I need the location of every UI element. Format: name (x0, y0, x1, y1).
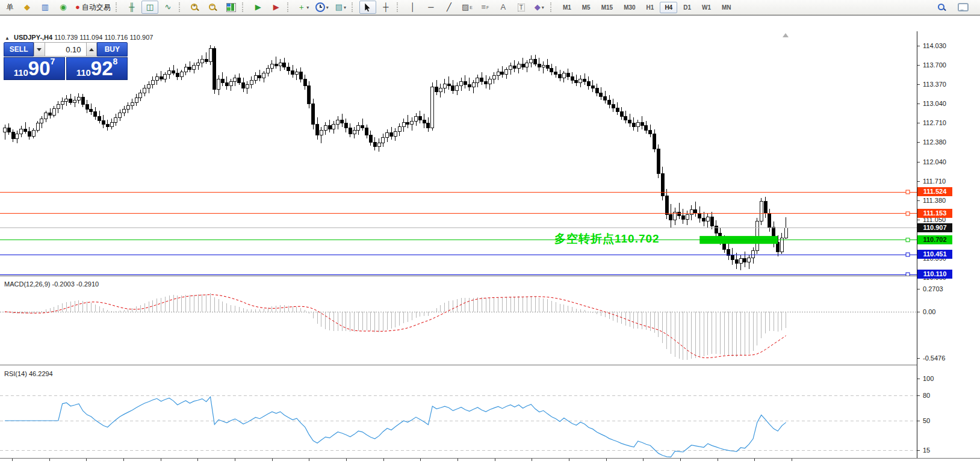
templates-icon[interactable]: ▤▾ (332, 1, 349, 14)
timeframe-d1-button[interactable]: D1 (678, 2, 696, 13)
indicators-icon[interactable]: ＋▾ (295, 1, 312, 14)
auto-scroll-icon[interactable]: ▶ (250, 1, 267, 14)
candle (435, 87, 438, 92)
candlestick-canvas[interactable] (0, 31, 917, 276)
timeframe-h1-button[interactable]: H1 (642, 2, 659, 13)
sell-price-display[interactable]: 110907 (4, 57, 65, 80)
rsi-canvas[interactable] (0, 368, 917, 458)
candle (406, 122, 409, 125)
new-order-button-partial[interactable]: 单 (1, 1, 17, 14)
candle (669, 214, 672, 220)
chart-window-icon[interactable]: ▥ (37, 1, 54, 14)
rsi-pane[interactable] (0, 368, 917, 458)
timeframe-w1-button[interactable]: W1 (697, 2, 716, 13)
timeframe-m30-button[interactable]: M30 (619, 2, 640, 13)
macd-signal-value: -0.2910 (76, 280, 99, 288)
line-handle[interactable] (906, 190, 910, 194)
volume-decrease-button[interactable] (34, 42, 45, 57)
chat-icon (958, 3, 969, 11)
chart-shift-icon[interactable]: ▶ (268, 1, 285, 14)
timeframe-m5-button[interactable]: M5 (577, 2, 595, 13)
candle (229, 81, 232, 86)
rsi-axis-label: 50 (923, 417, 930, 424)
candle (595, 88, 598, 93)
volume-input[interactable] (45, 42, 86, 57)
community-icon[interactable]: ◉ (55, 1, 72, 14)
pivot-annotation-text[interactable]: 多空转折点110.702 (554, 231, 660, 247)
candle (308, 86, 311, 104)
buy-price-display[interactable]: 110928 (66, 57, 128, 80)
arrows-icon[interactable]: ◆▾ (531, 1, 548, 14)
zoom-in-icon[interactable]: + (187, 1, 203, 14)
y-tick (917, 84, 920, 85)
bar-chart-icon[interactable]: ╫ (123, 1, 140, 14)
timeframe-m15-button[interactable]: M15 (597, 2, 618, 13)
trendline-icon[interactable]: ╱ (441, 1, 457, 14)
timeframe-h4-button[interactable]: H4 (660, 2, 677, 13)
volume-increase-button[interactable] (86, 42, 97, 57)
candle (562, 73, 565, 78)
fibonacci-icon[interactable]: ≡F (477, 1, 494, 14)
buy-price-sup: 8 (113, 58, 118, 65)
macd-canvas[interactable] (0, 279, 917, 365)
text-label-icon[interactable]: T (513, 1, 530, 14)
candle (476, 78, 479, 82)
candle (624, 116, 627, 120)
candle (583, 79, 586, 81)
candlestick-icon[interactable]: ◫ (141, 1, 158, 14)
candle (267, 69, 270, 73)
timeframe-m1-button[interactable]: M1 (558, 2, 576, 13)
chart-shift-marker[interactable] (783, 33, 789, 37)
candle (542, 65, 545, 67)
metaeditor-icon[interactable]: ◆ (19, 1, 36, 14)
macd-pane[interactable] (0, 279, 917, 365)
candle (28, 132, 31, 137)
candle (386, 132, 389, 137)
line-chart-icon[interactable]: ∿ (160, 1, 176, 14)
triangle-down-icon (37, 48, 42, 51)
equidistant-channel-icon[interactable]: ▨E (459, 1, 476, 14)
collapse-panel-icon[interactable]: ▲ (5, 36, 10, 41)
candle (423, 120, 426, 123)
price-axis[interactable]: 114.030113.700113.370113.040112.710112.3… (917, 31, 980, 458)
price-tag-110.702[interactable]: 110.702 (917, 235, 952, 244)
price-tag-110.907[interactable]: 110.907 (917, 223, 952, 232)
cursor-icon[interactable] (359, 1, 376, 14)
candle (649, 131, 652, 134)
candle (748, 258, 751, 262)
candle (36, 123, 39, 131)
zoom-out-icon[interactable]: − (205, 1, 222, 14)
candle (530, 59, 533, 63)
time-axis[interactable]: 18 Nov 201820 Nov 04:0021 Nov 12:0022 No… (0, 459, 980, 464)
candle (102, 120, 105, 125)
price-tag-110.110[interactable]: 110.110 (917, 270, 952, 279)
candle (415, 116, 418, 121)
line-handle[interactable] (906, 253, 910, 256)
candle (768, 213, 771, 227)
indicators-icon-dropdown: ▾ (306, 5, 309, 10)
timeframe-mn-button[interactable]: MN (717, 2, 736, 13)
search-icon[interactable] (933, 1, 950, 14)
candle (752, 250, 755, 258)
horizontal-line-icon[interactable]: ─ (423, 1, 439, 14)
line-handle[interactable] (906, 212, 910, 215)
candle (131, 102, 134, 106)
line-handle[interactable] (906, 238, 910, 242)
price-tag-110.451[interactable]: 110.451 (917, 250, 952, 259)
crosshair-icon[interactable]: ┼ (377, 1, 394, 14)
candle (505, 70, 508, 75)
main-chart-pane[interactable] (0, 31, 917, 276)
chat-icon[interactable] (955, 1, 972, 14)
vertical-line-icon[interactable]: │ (405, 1, 421, 14)
price-tag-111.524[interactable]: 111.524 (917, 187, 952, 196)
periods-icon[interactable]: ▾ (313, 1, 331, 14)
autotrading-button[interactable]: ●自动交易 (73, 1, 113, 14)
candle (628, 120, 631, 123)
text-icon[interactable]: A (495, 1, 512, 14)
price-tag-111.153[interactable]: 111.153 (917, 209, 952, 218)
tile-windows-icon[interactable] (223, 1, 240, 14)
buy-button[interactable]: BUY (97, 42, 128, 57)
sell-button[interactable]: SELL (4, 42, 34, 57)
candle (575, 80, 578, 82)
y-tick-label: 112.040 (923, 158, 946, 165)
